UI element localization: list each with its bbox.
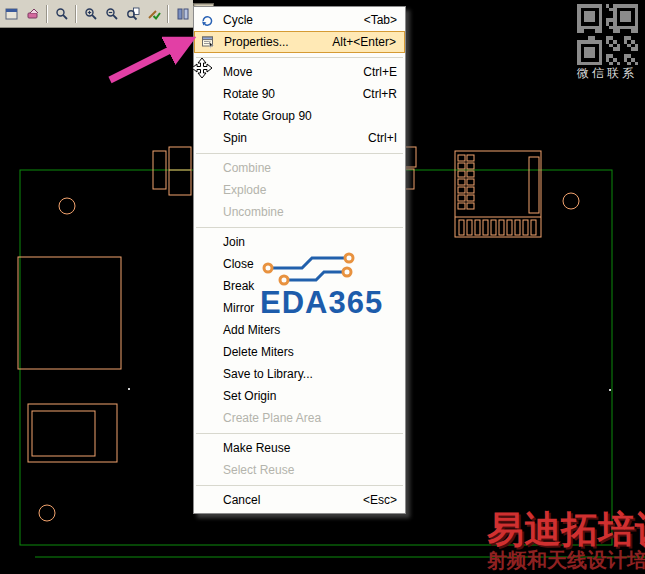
erase-icon[interactable] <box>22 3 43 24</box>
menu-item-icon-empty <box>197 387 217 405</box>
menu-item-label: Add Miters <box>223 323 280 337</box>
menu-separator <box>196 153 403 154</box>
qr-code <box>577 4 638 65</box>
menu-item-label: Select Reuse <box>223 463 294 477</box>
menu-item-save-to-library[interactable]: Save to Library... <box>194 363 405 385</box>
menu-item-label: Close <box>223 257 254 271</box>
menu-item-shortcut: Ctrl+R <box>351 87 397 101</box>
menu-item-uncombine: Uncombine <box>194 201 405 223</box>
menu-separator <box>196 57 403 58</box>
menu-separator <box>196 485 403 486</box>
mounting-hole <box>39 505 55 521</box>
brand-watermark-line2: 射频和天线设计培训专家 <box>487 547 645 574</box>
menu-item-label: Set Origin <box>223 389 276 403</box>
menu-item-label: Uncombine <box>223 205 284 219</box>
menu-item-add-miters[interactable]: Add Miters <box>194 319 405 341</box>
menu-item-icon-empty <box>197 491 217 509</box>
menu-item-icon-empty <box>197 233 217 251</box>
menu-item-icon-empty <box>197 255 217 273</box>
menu-item-icon-empty <box>197 439 217 457</box>
menu-separator <box>196 433 403 434</box>
eda365-logo-text: EDA365 <box>260 285 383 321</box>
menu-item-label: Delete Miters <box>223 345 294 359</box>
menu-item-label: Cycle <box>223 13 253 27</box>
menu-item-icon-empty <box>197 203 217 221</box>
cycle-icon <box>197 11 217 29</box>
menu-item-create-plane-area: Create Plane Area <box>194 407 405 429</box>
zoom-icon[interactable] <box>51 3 72 24</box>
menu-item-make-reuse[interactable]: Make Reuse <box>194 437 405 459</box>
menu-item-label: Rotate 90 <box>223 87 275 101</box>
menu-item-label: Create Plane Area <box>223 411 321 425</box>
component-topleft <box>153 147 191 195</box>
menu-item-icon-empty <box>197 409 217 427</box>
menu-item-label: Mirror <box>223 301 254 315</box>
pcb-editor-window: Cycle<Tab>Properties...Alt+<Enter>MoveCt… <box>0 0 645 574</box>
window-icon[interactable] <box>1 3 22 24</box>
menu-item-label: Break <box>223 279 254 293</box>
eda365-trace-logo <box>258 248 362 290</box>
component-bottomleft <box>28 404 117 462</box>
component-left-large <box>18 257 121 369</box>
menu-item-icon-empty <box>197 343 217 361</box>
menu-item-cycle[interactable]: Cycle<Tab> <box>194 9 405 31</box>
menu-item-label: Join <box>223 235 245 249</box>
menu-item-set-origin[interactable]: Set Origin <box>194 385 405 407</box>
menu-item-shortcut: <Esc> <box>351 493 397 507</box>
menu-item-select-reuse: Select Reuse <box>194 459 405 481</box>
menu-item-shortcut: Ctrl+E <box>351 65 397 79</box>
menu-item-icon-empty <box>197 159 217 177</box>
menu-item-shortcut: <Tab> <box>352 13 397 27</box>
menu-item-label: Make Reuse <box>223 441 290 455</box>
mounting-hole <box>59 198 75 214</box>
toolbar <box>0 0 193 28</box>
menu-item-icon-empty <box>197 129 217 147</box>
toolbar-separator <box>75 5 77 23</box>
menu-item-combine: Combine <box>194 157 405 179</box>
menu-item-icon-empty <box>197 277 217 295</box>
verify-icon[interactable] <box>143 3 164 24</box>
menu-item-move[interactable]: MoveCtrl+E <box>194 61 405 83</box>
menu-item-properties[interactable]: Properties...Alt+<Enter> <box>194 31 405 53</box>
zoom-in-icon[interactable] <box>80 3 101 24</box>
menu-item-label: Save to Library... <box>223 367 313 381</box>
menu-item-label: Rotate Group 90 <box>223 109 312 123</box>
zoom-sheet-icon[interactable] <box>122 3 143 24</box>
zoom-out-icon[interactable] <box>101 3 122 24</box>
toolbar-separator <box>46 5 48 23</box>
menu-item-icon-empty <box>197 321 217 339</box>
menu-item-icon-empty <box>197 461 217 479</box>
component-right-connector <box>455 151 541 237</box>
menu-item-delete-miters[interactable]: Delete Miters <box>194 341 405 363</box>
move-cursor-icon <box>191 57 213 79</box>
menu-item-label: Combine <box>223 161 271 175</box>
qr-label: 微信联系 <box>569 65 645 82</box>
menu-item-rotate-group-90[interactable]: Rotate Group 90 <box>194 105 405 127</box>
menu-item-icon-empty <box>197 181 217 199</box>
menu-item-cancel[interactable]: Cancel<Esc> <box>194 489 405 511</box>
menu-item-icon-empty <box>197 299 217 317</box>
menu-item-label: Move <box>223 65 252 79</box>
menu-item-spin[interactable]: SpinCtrl+I <box>194 127 405 149</box>
menu-item-explode: Explode <box>194 179 405 201</box>
menu-item-label: Properties... <box>224 35 289 49</box>
menu-item-shortcut: Alt+<Enter> <box>320 35 396 49</box>
menu-item-label: Spin <box>223 131 247 145</box>
menu-item-icon-empty <box>197 107 217 125</box>
menu-item-rotate-90[interactable]: Rotate 90Ctrl+R <box>194 83 405 105</box>
menu-item-label: Cancel <box>223 493 260 507</box>
toolbar-separator <box>167 5 169 23</box>
menu-item-shortcut: Ctrl+I <box>356 131 397 145</box>
menu-item-label: Explode <box>223 183 266 197</box>
menu-separator <box>196 227 403 228</box>
menu-item-icon-empty <box>197 365 217 383</box>
mounting-hole <box>563 193 579 209</box>
design-toolbar-icon[interactable] <box>172 3 193 24</box>
